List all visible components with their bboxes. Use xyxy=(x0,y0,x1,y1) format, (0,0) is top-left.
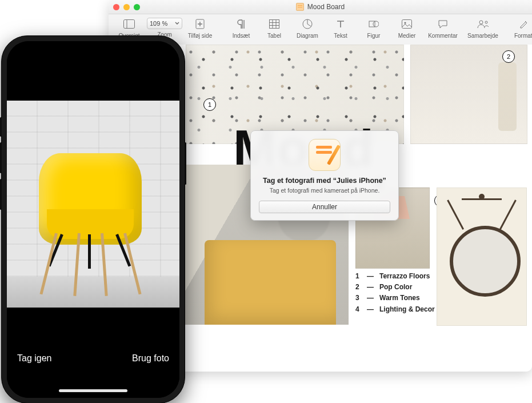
toolbar-label: Figur xyxy=(367,33,381,39)
toolbar-label: Tabel xyxy=(267,33,281,39)
collaborate-icon xyxy=(476,18,490,30)
samarbejde-button[interactable]: Samarbejde xyxy=(464,17,502,39)
callout-2: 2 xyxy=(502,50,515,63)
home-indicator[interactable] xyxy=(59,389,127,392)
add-page-icon xyxy=(193,18,207,30)
minimize-window-button[interactable] xyxy=(123,4,130,10)
medier-button[interactable]: Medier xyxy=(391,17,423,39)
iphone-volume-up xyxy=(0,142,2,173)
iphone-notch xyxy=(50,41,136,56)
legend-row: 2 — Pop Color xyxy=(355,282,435,293)
sofa-cushion xyxy=(205,240,336,325)
close-window-button[interactable] xyxy=(113,4,119,10)
iphone-volume-down xyxy=(0,179,2,210)
continuity-camera-dialog: Tag et fotografi med “Julies iPhone” Tag… xyxy=(250,130,399,221)
format-brush-icon xyxy=(517,18,530,30)
shape-icon xyxy=(367,18,381,30)
legend-label: Warm Tones xyxy=(379,293,420,304)
legend-num: 2 xyxy=(355,282,361,293)
photo-preview xyxy=(7,101,179,308)
retake-label: Tag igen xyxy=(17,353,52,363)
tabel-button[interactable]: Tabel xyxy=(258,17,290,39)
legend-dash: — xyxy=(367,304,374,315)
zoom-value: 109 % xyxy=(150,20,167,27)
tekst-button[interactable]: Tekst xyxy=(325,17,357,39)
iphone-device: Tag igen Brug foto xyxy=(1,35,185,403)
toolbar-label: Tekst xyxy=(334,33,347,39)
svg-point-10 xyxy=(485,21,487,23)
legend-list: 1 — Terrazzo Floors 2 — Pop Color 3 — Wa… xyxy=(355,271,435,315)
document-icon xyxy=(296,3,304,11)
media-icon xyxy=(400,18,414,30)
toolbar-label: Samarbejde xyxy=(467,33,498,39)
toolbar-label: Medier xyxy=(398,33,416,39)
legend-label: Lighting & Decor xyxy=(379,304,435,315)
legend-row: 4 — Lighting & Decor xyxy=(355,304,435,315)
legend-num: 1 xyxy=(355,271,361,282)
svg-rect-7 xyxy=(402,20,412,29)
mirror-ring xyxy=(450,226,521,297)
window-title: Mood Board xyxy=(109,3,532,11)
photo-yellow-chair xyxy=(33,136,147,296)
window-title-text: Mood Board xyxy=(307,3,345,11)
zoom-window-button[interactable] xyxy=(134,4,140,10)
legend-dash: — xyxy=(367,282,374,293)
table-icon xyxy=(267,18,281,30)
cancel-button[interactable]: Annuller xyxy=(259,201,390,213)
svg-point-6 xyxy=(373,21,379,27)
legend-num: 3 xyxy=(355,293,361,304)
svg-rect-3 xyxy=(270,20,279,29)
callout-number: 1 xyxy=(208,101,211,108)
toolbar-label: Tilføj side xyxy=(188,33,212,39)
svg-point-8 xyxy=(404,22,406,23)
toolbar-label: Diagram xyxy=(297,33,318,39)
figur-button[interactable]: Figur xyxy=(358,17,390,39)
kommentar-button[interactable]: Kommentar xyxy=(424,17,462,39)
dialog-subtitle: Tag et fotografi med kameraet på iPhone. xyxy=(259,187,390,194)
paragraph-icon xyxy=(234,18,248,30)
use-photo-button[interactable]: Brug foto xyxy=(132,353,169,364)
comment-icon xyxy=(436,18,450,30)
svg-rect-0 xyxy=(124,20,135,29)
callout-1: 1 xyxy=(203,98,216,111)
legend-row: 1 — Terrazzo Floors xyxy=(355,271,435,282)
image-mirror[interactable] xyxy=(437,187,527,326)
format-button[interactable]: Format xyxy=(511,17,532,39)
indsaet-button[interactable]: Indsæt xyxy=(225,17,257,39)
toolbar-label: Format xyxy=(514,33,532,39)
callout-number: 2 xyxy=(507,53,510,60)
legend-row: 3 — Warm Tones xyxy=(355,293,435,304)
dialog-title: Tag et fotografi med “Julies iPhone” xyxy=(259,177,390,185)
legend-dash: — xyxy=(367,293,374,304)
svg-point-9 xyxy=(479,21,483,24)
legend-label: Pop Color xyxy=(379,282,412,293)
tilfoj-side-button[interactable]: Tilføj side xyxy=(184,17,216,39)
text-icon xyxy=(334,18,347,30)
zoom-value-box: 109 % xyxy=(147,18,182,29)
use-photo-label: Brug foto xyxy=(132,353,169,363)
window-controls xyxy=(113,4,140,10)
window-titlebar: Mood Board xyxy=(109,0,532,14)
cancel-button-label: Annuller xyxy=(312,203,337,211)
toolbar-label: Indsæt xyxy=(233,33,250,39)
camera-toolbar: Tag igen Brug foto xyxy=(7,329,179,398)
camera-app: Tag igen Brug foto xyxy=(7,41,179,398)
legend-dash: — xyxy=(367,271,374,282)
legend-num: 4 xyxy=(355,304,361,315)
diagram-button[interactable]: Diagram xyxy=(291,17,323,39)
chart-icon xyxy=(301,18,314,30)
sidebar-icon xyxy=(122,18,136,30)
toolbar-label: Kommentar xyxy=(428,33,458,39)
iphone-side-button xyxy=(185,142,186,185)
chevron-down-icon xyxy=(175,21,179,26)
pages-app-icon xyxy=(309,139,341,171)
iphone-mute-switch xyxy=(0,117,2,137)
retake-button[interactable]: Tag igen xyxy=(17,353,52,364)
legend-label: Terrazzo Floors xyxy=(379,271,430,282)
iphone-screen: Tag igen Brug foto xyxy=(7,41,179,398)
